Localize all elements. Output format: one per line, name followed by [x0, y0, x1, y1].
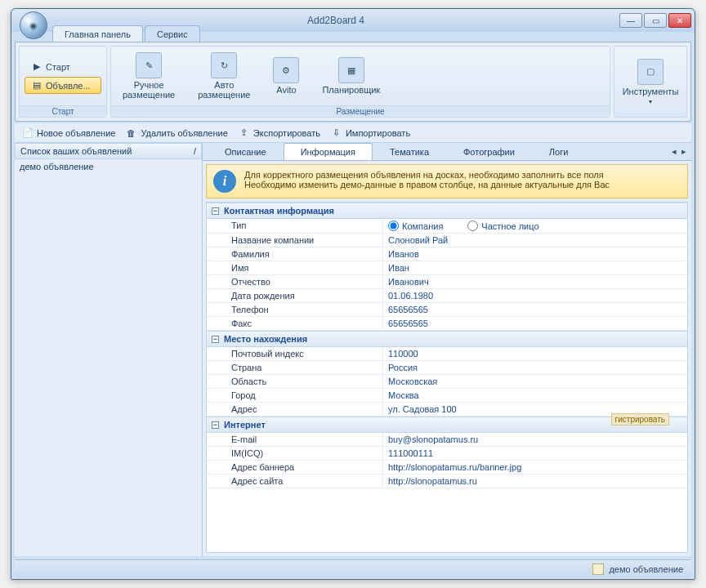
lastname-field[interactable]: [388, 249, 682, 259]
toolbar: 📄Новое объявление 🗑Удалить объявление ⇪Э…: [15, 123, 691, 143]
status-icon: [592, 564, 604, 575]
list-item[interactable]: демо объявление: [15, 159, 202, 174]
auto-placement-button[interactable]: ↻Авто размещение: [191, 51, 257, 101]
status-text: демо объявление: [609, 564, 683, 574]
radio-company[interactable]: Компания: [388, 220, 443, 231]
middlename-field[interactable]: [388, 277, 682, 287]
tab-service[interactable]: Сервис: [145, 25, 200, 42]
info-icon: i: [213, 170, 236, 193]
chevron-down-icon: ▾: [649, 98, 652, 105]
company-name-field[interactable]: [388, 235, 682, 245]
tab-logs[interactable]: Логи: [532, 143, 586, 160]
tools-button[interactable]: ▢Инструменты▾: [616, 57, 686, 107]
collapse-icon[interactable]: −: [212, 207, 219, 215]
phone-field[interactable]: [388, 305, 682, 314]
content-area: Список ваших объявлений/ демо объявление…: [15, 143, 691, 556]
calendar-icon: ▦: [338, 57, 364, 83]
radio-person[interactable]: Частное лицо: [467, 220, 538, 231]
statusbar: демо объявление: [15, 559, 691, 577]
site-field[interactable]: [388, 476, 682, 486]
scheduler-button[interactable]: ▦Планировщик: [315, 56, 387, 96]
manual-placement-button[interactable]: ✎Ручное размещение: [116, 51, 181, 101]
auto-icon: ↻: [211, 52, 237, 78]
delete-icon: 🗑: [125, 127, 137, 139]
group-title-placement: Размещение: [111, 105, 610, 117]
zip-field[interactable]: [388, 349, 682, 359]
ads-button[interactable]: ▤Объявле...: [25, 77, 101, 94]
tools-icon: ▢: [637, 59, 664, 85]
collapse-icon[interactable]: −: [212, 421, 219, 429]
tab-topic[interactable]: Тематика: [373, 143, 446, 160]
info-banner: i Для корректного размещения объявления …: [206, 164, 688, 198]
country-field[interactable]: [388, 363, 682, 372]
ads-list-header[interactable]: Список ваших объявлений/: [15, 143, 202, 159]
ads-list-panel: Список ваших объявлений/ демо объявление: [15, 143, 203, 556]
next-icon[interactable]: ▸: [680, 146, 688, 157]
sort-icon: /: [194, 146, 196, 156]
city-field[interactable]: [388, 390, 682, 400]
new-icon: 📄: [21, 127, 34, 139]
birthdate-field[interactable]: [388, 291, 682, 301]
tab-information[interactable]: Информация: [284, 143, 373, 160]
banner-field[interactable]: [388, 462, 682, 472]
tab-description[interactable]: Описание: [208, 143, 284, 160]
tab-main-panel[interactable]: Главная панель: [52, 25, 143, 42]
export-icon: ⇪: [238, 127, 250, 139]
avito-button[interactable]: ⚙Avito: [266, 56, 306, 96]
export-button[interactable]: ⇪Экспортировать: [238, 127, 320, 139]
tab-nav: ◂▸: [670, 146, 691, 157]
main-window: ◉ Add2Board 4 — ▭ ✕ Главная панель Серви…: [11, 8, 695, 580]
delete-ad-button[interactable]: 🗑Удалить объявление: [125, 127, 227, 139]
firstname-field[interactable]: [388, 263, 682, 273]
app-orb-icon[interactable]: ◉: [20, 11, 47, 39]
fax-field[interactable]: [388, 318, 682, 328]
tab-photos[interactable]: Фотографии: [446, 143, 532, 160]
new-ad-button[interactable]: 📄Новое объявление: [21, 127, 115, 139]
detail-tabs: Описание Информация Тематика Фотографии …: [203, 143, 691, 161]
ribbon-tabs: Главная панель Сервис: [11, 22, 695, 42]
import-icon: ⇩: [330, 127, 342, 139]
collapse-icon[interactable]: −: [212, 336, 219, 343]
play-icon: ▶: [30, 60, 42, 73]
start-button[interactable]: ▶Старт: [25, 58, 101, 75]
section-contact[interactable]: −Контактная информация: [207, 203, 687, 219]
manual-icon: ✎: [136, 52, 162, 78]
import-button[interactable]: ⇩Импортировать: [330, 127, 410, 139]
section-location[interactable]: −Место нахождения: [207, 331, 687, 347]
prev-icon[interactable]: ◂: [670, 146, 678, 157]
property-grid[interactable]: −Контактная информация Тип Компания Част…: [206, 202, 688, 553]
icq-field[interactable]: [388, 448, 682, 458]
detail-panel: Описание Информация Тематика Фотографии …: [203, 143, 691, 556]
register-button[interactable]: гистрировать: [611, 413, 669, 425]
email-field[interactable]: [388, 434, 682, 444]
region-field[interactable]: [388, 376, 682, 386]
list-icon: ▤: [30, 79, 42, 91]
group-title-start: Старт: [20, 105, 106, 117]
avito-icon: ⚙: [273, 57, 299, 83]
ribbon: ▶Старт ▤Объявле... Старт ✎Ручное размеще…: [15, 42, 691, 122]
